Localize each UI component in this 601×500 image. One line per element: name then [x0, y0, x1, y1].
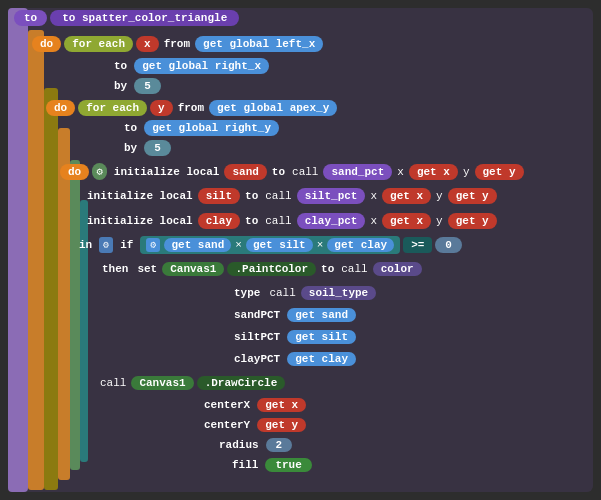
svg-rect-3: [44, 88, 58, 490]
to-right-y-row: to get global right_y: [120, 120, 279, 136]
if-label: if: [120, 239, 133, 251]
do2-label: do: [46, 100, 75, 116]
svg-rect-1: [8, 8, 28, 492]
fill-label: fill: [232, 459, 258, 471]
function-name: to spatter_color_triangle: [50, 10, 239, 26]
get-global-right-x: get global right_x: [134, 58, 269, 74]
svg-rect-4: [58, 128, 70, 480]
from-label: from: [164, 38, 190, 50]
sand-var: sand: [224, 164, 266, 180]
call-color: color: [373, 262, 422, 276]
do-for-each-x-row: do for each x from get global left_x: [32, 36, 323, 52]
get-y3: get y: [448, 213, 497, 229]
set-label: set: [137, 263, 157, 275]
for-each-label: for each: [64, 36, 133, 52]
do-init-sand-row: do ⚙ initialize local sand to call sand_…: [60, 163, 524, 180]
true-value: true: [265, 458, 311, 472]
get-x1: get x: [409, 164, 458, 180]
mult2: ×: [317, 239, 324, 251]
to-label7: to: [321, 263, 334, 275]
call-label1: call: [292, 166, 318, 178]
x-arg-label2: x: [370, 190, 377, 202]
then-set-row: then set Canvas1 .PaintColor to call col…: [98, 262, 422, 276]
in-if-row: in ⚙ if ⚙ get sand × get silt × get clay…: [75, 236, 462, 254]
get-clay2: get clay: [287, 352, 356, 366]
type-label: type: [234, 287, 260, 299]
call-label5: call: [269, 287, 295, 299]
get-clay-cond: get clay: [327, 238, 394, 252]
fill-row: fill true: [228, 458, 312, 472]
by-label2: by: [124, 142, 137, 154]
canvas1-1: Canvas1: [162, 262, 224, 276]
call-label6: call: [100, 377, 126, 389]
silt-var: silt: [198, 188, 240, 204]
y-arg-label2: y: [436, 190, 443, 202]
get-global-left-x: get global left_x: [195, 36, 323, 52]
call-sand-pct: sand_pct: [323, 164, 392, 180]
then-label: then: [102, 263, 128, 275]
get-silt-cond: get silt: [246, 238, 313, 252]
init-local-silt-label: initialize local: [87, 190, 193, 202]
clay-pct-row: clayPCT get clay: [230, 352, 356, 366]
sand-pct-label: sandPCT: [234, 309, 280, 321]
call-draw-circle-row: call Canvas1 .DrawCircle: [98, 376, 285, 390]
call-label2: call: [265, 190, 291, 202]
svg-rect-2: [28, 30, 44, 490]
radius-value: 2: [266, 438, 293, 452]
main-canvas: to to spatter_color_triangle do for each…: [0, 0, 601, 500]
to-label6: to: [245, 215, 258, 227]
call-silt-pct: silt_pct: [297, 188, 366, 204]
get-x3: get x: [382, 213, 431, 229]
radius-label: radius: [219, 439, 259, 451]
center-x-row: centerX get x: [200, 398, 306, 412]
silt-pct-label: siltPCT: [234, 331, 280, 343]
call-label4: call: [341, 263, 367, 275]
silt-pct-row: siltPCT get silt: [230, 330, 356, 344]
get-sand2: get sand: [287, 308, 356, 322]
center-y-row: centerY get y: [200, 418, 306, 432]
do-for-each-y-row: do for each y from get global apex_y: [46, 100, 337, 116]
x-arg-label3: x: [370, 215, 377, 227]
sand-pct-row: sandPCT get sand: [230, 308, 356, 322]
clay-pct-label: clayPCT: [234, 353, 280, 365]
get-x4: get x: [257, 398, 306, 412]
to-label2: to: [114, 60, 127, 72]
get-silt2: get silt: [287, 330, 356, 344]
init-clay-row: initialize local clay to call clay_pct x…: [85, 213, 497, 229]
get-sand-cond: get sand: [164, 238, 231, 252]
do3-label: do: [60, 164, 89, 180]
canvas1-2: Canvas1: [131, 376, 193, 390]
x-var-label: x: [136, 36, 159, 52]
do1-label: do: [32, 36, 61, 52]
init-silt-row: initialize local silt to call silt_pct x…: [85, 188, 497, 204]
y-var-label: y: [150, 100, 173, 116]
center-x-label: centerX: [204, 399, 250, 411]
by-label1: by: [114, 80, 127, 92]
call-soil-type: soil_type: [301, 286, 376, 300]
type-soil-row: type call soil_type: [230, 286, 376, 300]
init-local-clay-label: initialize local: [87, 215, 193, 227]
gear-icon-if: ⚙: [99, 237, 113, 253]
gear-icon-sand: ⚙: [92, 163, 107, 180]
num-5-2: 5: [144, 140, 171, 156]
call-clay-pct: clay_pct: [297, 213, 366, 229]
svg-rect-5: [70, 160, 80, 470]
by-5-2-row: by 5: [120, 140, 171, 156]
get-y4: get y: [257, 418, 306, 432]
get-y1: get y: [475, 164, 524, 180]
by-5-row: by 5: [110, 78, 161, 94]
get-x2: get x: [382, 188, 431, 204]
to-label5: to: [245, 190, 258, 202]
center-y-label: centerY: [204, 419, 250, 431]
paint-color-prop: .PaintColor: [227, 262, 316, 276]
x-arg-label1: x: [397, 166, 404, 178]
header-row: to to spatter_color_triangle: [14, 10, 239, 26]
call-label3: call: [265, 215, 291, 227]
clay-var: clay: [198, 213, 240, 229]
gear-icon-cond: ⚙: [146, 238, 160, 252]
y-arg-label3: y: [436, 215, 443, 227]
for-each-y-label: for each: [78, 100, 147, 116]
to-label: to: [14, 10, 47, 26]
to-label3: to: [124, 122, 137, 134]
in-label: in: [79, 239, 92, 251]
